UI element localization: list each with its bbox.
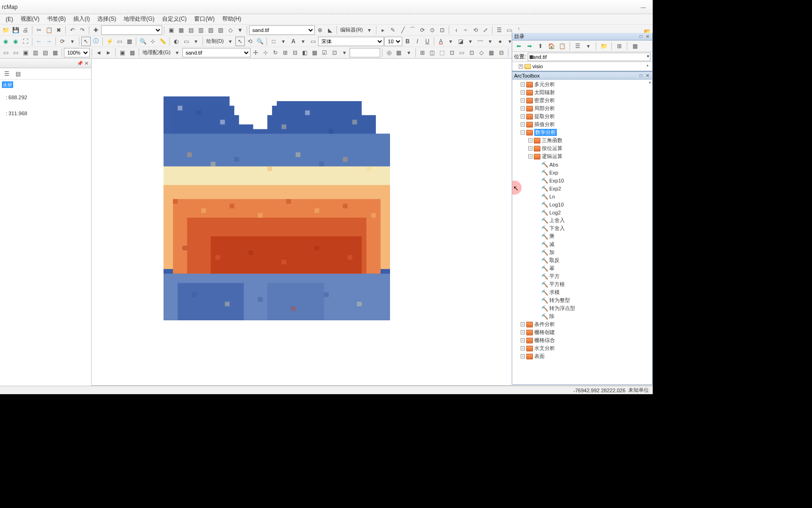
cut-icon[interactable]: ✂	[34, 25, 44, 35]
ruler-icon[interactable]: ▦	[127, 48, 137, 57]
expand-icon[interactable]: +	[521, 322, 525, 326]
toc-layer[interactable]: d.tif	[2, 81, 89, 88]
split-icon[interactable]: ⫞	[451, 25, 461, 35]
tool-ln[interactable]: 🔨Ln	[512, 192, 652, 200]
expand-icon[interactable]: +	[528, 146, 532, 151]
expand-icon[interactable]: +	[521, 114, 525, 119]
gr3-btn1[interactable]: ⊞	[418, 48, 427, 57]
menu-edit[interactable]: (E)	[2, 15, 17, 24]
catalog-tree[interactable]: + visio ▴	[512, 62, 652, 71]
table-icon[interactable]: ▦	[125, 37, 134, 46]
editor-btn-8[interactable]: ▼	[235, 25, 245, 35]
tool-exp2[interactable]: ↖ 🔨Exp2	[512, 184, 652, 192]
cat-refresh-icon[interactable]: 📋	[557, 41, 567, 51]
gr-btn2[interactable]: ⊹	[261, 48, 270, 57]
font-combo[interactable]: 宋体	[318, 37, 384, 46]
georef-label[interactable]: 地理配准(G)	[141, 49, 172, 56]
expand-icon[interactable]: +	[528, 138, 532, 143]
draw-dropdown-icon[interactable]: ▾	[226, 37, 235, 46]
tree-scroll-up-icon[interactable]: ▴	[648, 79, 652, 84]
editor-btn-3[interactable]: ▤	[186, 25, 195, 35]
toolbox-group-jubu[interactable]: +局部分析	[512, 104, 652, 112]
rotate-icon[interactable]: ⟲	[471, 25, 480, 35]
gr-btn9[interactable]: ⊡	[330, 48, 339, 57]
gr3-btn9[interactable]: ⊟	[497, 48, 506, 57]
tool-exp10[interactable]: 🔨Exp10	[512, 176, 652, 184]
expand-icon[interactable]: +	[521, 346, 525, 350]
misc-icon[interactable]: ▾	[68, 37, 77, 46]
play-icon[interactable]: ▸	[378, 25, 388, 35]
gr2-btn2[interactable]: ▦	[394, 48, 404, 57]
layout-btn-1[interactable]: ▭	[1, 48, 10, 57]
toolbox-group-tiaojian[interactable]: +条件分析	[512, 320, 652, 328]
toc-layer-name[interactable]: d.tif	[2, 81, 13, 88]
layer-combo[interactable]: sand.tif	[249, 25, 315, 35]
cat-view-icon[interactable]: ☰	[573, 41, 582, 51]
rect-dd-icon[interactable]: ▾	[279, 37, 288, 46]
rotate-draw-icon[interactable]: ⟲	[245, 37, 255, 46]
cat-view-dd-icon[interactable]: ▾	[584, 41, 593, 51]
minimize-button[interactable]: —	[634, 0, 653, 14]
back-icon[interactable]: ←	[34, 37, 44, 46]
globe2-icon[interactable]: ◉	[11, 37, 20, 46]
cat-up-icon[interactable]: ⬆	[536, 41, 545, 51]
expand-icon[interactable]: +	[521, 354, 525, 358]
expand-icon[interactable]: +	[519, 64, 523, 69]
tool-plus[interactable]: 🔨加	[512, 248, 652, 256]
expand-icon[interactable]: +	[521, 98, 525, 103]
toolbox-sub-anwei[interactable]: +按位运算	[512, 144, 652, 152]
menu-view[interactable]: 视图(V)	[17, 14, 43, 24]
layout-btn-5[interactable]: ▤	[40, 48, 50, 57]
georef-input[interactable]	[350, 48, 380, 57]
underline-icon[interactable]: U	[422, 37, 432, 46]
linecolor-icon[interactable]: 〰	[476, 37, 485, 46]
open-icon[interactable]: 📁	[1, 25, 10, 35]
toc-source-icon[interactable]: ▤	[13, 69, 23, 79]
draw-label[interactable]: 绘制(D)	[205, 38, 225, 45]
text-icon[interactable]: A	[289, 37, 298, 46]
tool-negate[interactable]: 🔨取反	[512, 256, 652, 264]
catalog-scroll-up-icon[interactable]: ▴	[647, 63, 651, 68]
gr-btn7[interactable]: ▦	[310, 48, 320, 57]
shape-icon[interactable]: ◣	[325, 25, 335, 35]
pen-icon[interactable]: ✎	[388, 25, 398, 35]
line-icon[interactable]: ╱	[398, 25, 407, 35]
editor-btn-7[interactable]: ◇	[226, 25, 235, 35]
gr-btn3[interactable]: ↻	[271, 48, 280, 57]
expand-icon[interactable]: +	[521, 338, 525, 342]
gr-btn1[interactable]: ✢	[251, 48, 260, 57]
gr-btn4[interactable]: ⊞	[281, 48, 290, 57]
gr3-btn3[interactable]: ⬚	[437, 48, 447, 57]
tool-float[interactable]: 🔨转为浮点型	[512, 304, 652, 312]
toolbox-sub-sanjiao[interactable]: +三角函数	[512, 136, 652, 144]
tool-minus[interactable]: 🔨减	[512, 240, 652, 248]
zoom-draw-icon[interactable]: 🔍	[255, 37, 265, 46]
georef-layer-combo[interactable]: sand.tif	[182, 48, 250, 57]
viewer-icon[interactable]: ▭	[181, 37, 191, 46]
identify-icon[interactable]: ⓘ	[91, 37, 101, 46]
menu-insert[interactable]: 插入(I)	[70, 14, 94, 24]
tool-exp[interactable]: 🔨Exp	[512, 168, 652, 176]
layout-btn-2[interactable]: ▭	[11, 48, 20, 57]
add-data-icon[interactable]: ✚	[91, 25, 101, 35]
fillcolor-dd-icon[interactable]: ▾	[466, 37, 475, 46]
expand-icon[interactable]: +	[521, 330, 525, 334]
page-back-icon[interactable]: ◄	[94, 48, 103, 57]
xy-icon[interactable]: ⊹	[148, 37, 157, 46]
layout-btn-3[interactable]: ▣	[21, 48, 30, 57]
gr3-btn6[interactable]: ⊡	[467, 48, 476, 57]
zoom-combo[interactable]: 100%	[64, 48, 90, 57]
editor-btn-4[interactable]: ▥	[196, 25, 205, 35]
tool-roundup[interactable]: 🔨上舍入	[512, 216, 652, 224]
text-dd-icon[interactable]: ▾	[298, 37, 308, 46]
location-input[interactable]	[528, 53, 650, 61]
gr3-btn8[interactable]: ▦	[487, 48, 496, 57]
menu-customize[interactable]: 自定义(C)	[158, 14, 191, 24]
fontsize-combo[interactable]: 10	[384, 37, 402, 46]
cat-toggle-icon[interactable]: ⊞	[615, 41, 624, 51]
vertex-icon[interactable]: ⊡	[437, 25, 447, 35]
forward-icon[interactable]: →	[44, 37, 54, 46]
gr2-btn1[interactable]: ◎	[384, 48, 394, 57]
redo-icon[interactable]: ↷	[78, 25, 87, 35]
globe-icon[interactable]: ◉	[1, 37, 10, 46]
